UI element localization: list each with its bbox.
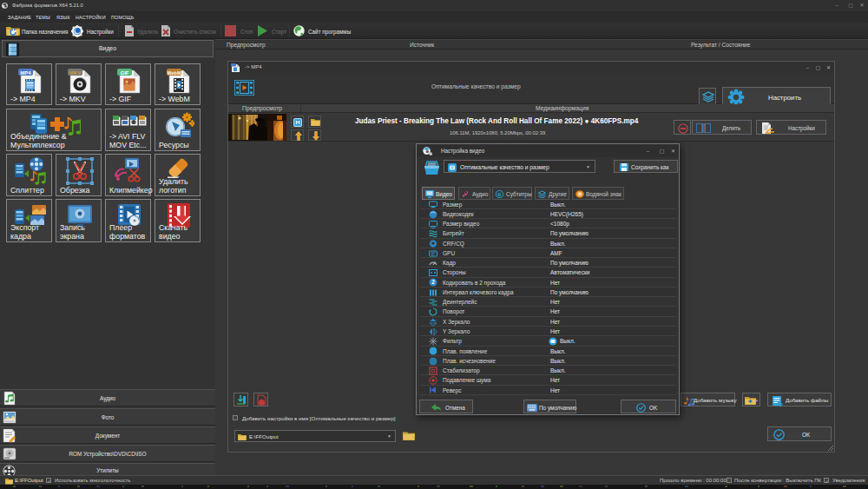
svg-text:MP4: MP4: [20, 70, 31, 76]
svg-text:WebM: WebM: [168, 70, 181, 76]
svg-text:B: B: [497, 192, 502, 197]
svg-text:GIF: GIF: [121, 70, 129, 76]
svg-text:2: 2: [431, 280, 435, 286]
svg-text:MKV: MKV: [69, 70, 81, 76]
